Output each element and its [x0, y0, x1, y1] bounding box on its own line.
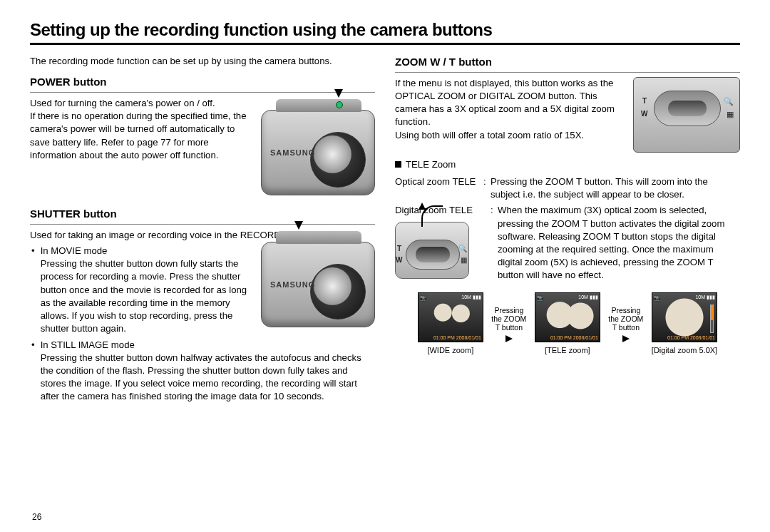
zoom-pad-illustration: T W 🔍 ▦ — [633, 77, 740, 153]
arrow-up-icon — [419, 203, 426, 210]
arrow-down-icon — [294, 221, 303, 230]
power-heading: POWER button — [30, 75, 375, 93]
sample-shot-tele: 📷 10M ▮▮▮ 01:00 PM 2008/01/01 — [535, 292, 600, 342]
magnify-icon: 🔍 — [724, 96, 734, 107]
caption-digital: [Digital zoom 5.0X] — [652, 345, 717, 356]
digital-zoom-body: When the maximum (3X) optical zoom is se… — [498, 204, 740, 282]
camera-brand-label: SAMSUNG — [270, 148, 315, 158]
zoom-w-label: W — [396, 255, 402, 265]
two-column-layout: The recording mode function can be set u… — [30, 55, 740, 404]
shutter-heading: SHUTTER button — [30, 207, 375, 225]
caption-wide: [WIDE zoom] — [427, 345, 473, 356]
manual-page: Setting up the recording function using … — [0, 0, 770, 532]
movie-mode-body: Pressing the shutter button down fully s… — [41, 257, 252, 335]
page-number: 26 — [32, 512, 41, 522]
zoom-t-label: T — [397, 244, 401, 254]
still-mode-head: In STILL IMAGE mode — [41, 339, 375, 352]
camera-illustration-shutter: SAMSUNG — [261, 242, 375, 327]
zoom-heading: ZOOM W / T button — [395, 55, 740, 73]
arrow-right-icon — [622, 335, 630, 342]
zoom-button-illustration: T W 🔍 ▦ — [395, 222, 469, 279]
press-zoom-label: Pressing the ZOOM T button — [606, 306, 646, 332]
camera-illustration-power: SAMSUNG — [261, 110, 375, 195]
zoom-t-label: T — [642, 96, 647, 106]
zoom-para2: Using both will offer a total zoom ratio… — [395, 129, 625, 142]
square-bullet-icon — [395, 161, 401, 168]
caption-tele: [TELE zoom] — [545, 345, 590, 356]
press-zoom-label: Pressing the ZOOM T button — [489, 306, 529, 332]
zoom-para1: If the menu is not displayed, this butto… — [395, 77, 625, 129]
movie-mode-head: In MOVIE mode — [41, 245, 252, 257]
zoom-samples-row: 📷 10M ▮▮▮ 01:00 PM 2008/01/01 [WIDE zoom… — [395, 292, 740, 356]
still-mode-body: Pressing the shutter button down halfway… — [41, 352, 375, 404]
left-column: The recording mode function can be set u… — [30, 55, 375, 404]
sample-shot-digital: 📷 10M ▮▮▮ 01:00 PM 2008/01/01 — [652, 292, 717, 342]
page-title: Setting up the recording function using … — [30, 20, 740, 45]
grid-icon: ▦ — [727, 109, 734, 120]
grid-icon: ▦ — [461, 255, 467, 265]
intro-text: The recording mode function can be set u… — [30, 55, 375, 68]
right-column: ZOOM W / T button If the menu is not dis… — [395, 55, 740, 404]
arrow-right-icon — [505, 335, 513, 342]
magnify-icon: 🔍 — [458, 244, 467, 254]
tele-zoom-heading: TELE Zoom — [406, 158, 456, 171]
camera-brand-label: SAMSUNG — [270, 280, 315, 290]
power-paragraph: If there is no operation during the spec… — [30, 110, 252, 162]
sample-shot-wide: 📷 10M ▮▮▮ 01:00 PM 2008/01/01 — [418, 292, 483, 342]
arrow-down-icon — [334, 89, 343, 98]
optical-zoom-body: Pressing the ZOOM T button. This will zo… — [491, 175, 740, 201]
optical-zoom-label: Optical zoom TELE — [395, 175, 483, 201]
zoom-w-label: W — [641, 109, 647, 119]
